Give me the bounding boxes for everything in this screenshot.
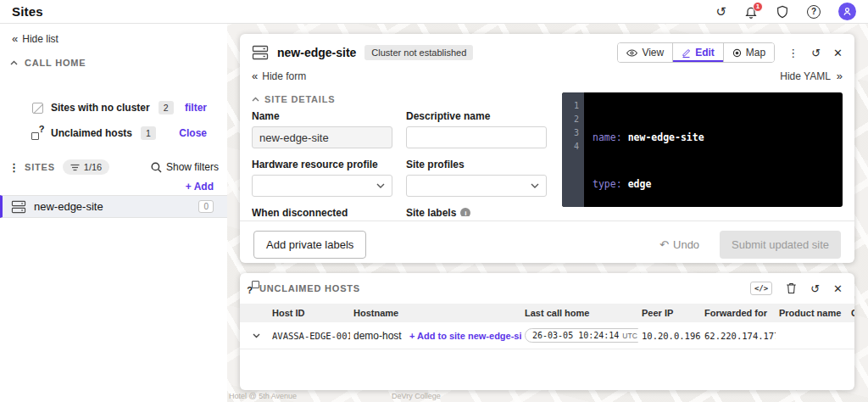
- site-panel-footer: Add private labels ↶ Undo Submit updated…: [240, 221, 854, 268]
- unclaimed-hosts-panel: ? UNCLAIMED HOSTS </> ↺ ✕ Host ID Hostna…: [240, 273, 854, 390]
- descriptive-name-input[interactable]: [406, 126, 547, 148]
- field-site-labels: Site labels i +New label: [406, 207, 547, 216]
- disconnected-behavior-label: When disconnected behavior: [252, 207, 392, 216]
- chevron-down-icon: [253, 333, 260, 338]
- col-hostname: Hostname: [350, 308, 406, 318]
- view-mode-switcher: View Edit Map: [617, 42, 775, 63]
- filter-lines-icon: [70, 164, 80, 171]
- sidebar-item-new-edge-site[interactable]: new-edge-site 0: [0, 195, 227, 218]
- chevron-up-icon: [252, 97, 259, 102]
- yaml-code: name:new-edge-site type:edge topology: p…: [584, 92, 758, 207]
- page-title: Sites: [12, 4, 43, 19]
- call-home-section-header[interactable]: CALL HOME: [10, 58, 86, 68]
- kebab-menu-icon[interactable]: ⋮: [787, 47, 798, 59]
- hide-yaml-button[interactable]: Hide YAML »: [780, 70, 843, 82]
- hostname-value: demo-host: [350, 330, 406, 342]
- col-product-name: Product name: [776, 308, 848, 318]
- forwarded-for-value: 62.220.174.177: [701, 331, 776, 341]
- double-chevron-left-icon: «: [12, 32, 18, 45]
- field-descriptive-name: Descriptive name: [406, 110, 547, 148]
- site-profiles-select[interactable]: [406, 175, 547, 197]
- hide-list-button[interactable]: «Hide list: [12, 32, 58, 45]
- hide-form-button[interactable]: «Hide form: [252, 70, 306, 82]
- close-icon[interactable]: ✕: [833, 283, 843, 294]
- site-name: new-edge-site: [34, 200, 103, 213]
- code-view-button[interactable]: </>: [750, 282, 772, 295]
- table-row: AVASSA-EDGE-001 demo-host + Add to site …: [240, 322, 854, 349]
- topbar: Sites ↺ 1 ?: [0, 0, 868, 24]
- hardware-profile-label: Hardware resource profile: [252, 159, 392, 170]
- user-avatar[interactable]: [838, 3, 856, 20]
- filter-link[interactable]: filter: [185, 102, 207, 114]
- last-call-home-value: 26-03-05 10:24:14 UTC: [521, 328, 638, 343]
- field-site-profiles: Site profiles: [406, 159, 547, 197]
- site-title: new-edge-site: [277, 46, 356, 59]
- app-screen: The Hotel @ 5th Avenue DeVry College Sit…: [0, 0, 868, 402]
- unclaimed-hosts-title: UNCLAIMED HOSTS: [259, 283, 360, 293]
- site-host-count-badge: 0: [198, 200, 214, 213]
- add-private-labels-button[interactable]: Add private labels: [253, 231, 366, 259]
- unclaimed-hosts-header: ? UNCLAIMED HOSTS </> ↺ ✕: [240, 273, 854, 304]
- peer-ip-value: 10.20.0.196: [638, 331, 701, 341]
- sidebar: «Hide list CALL HOME Sites with no clust…: [0, 24, 227, 402]
- sites-filter-pill[interactable]: 1/16: [63, 159, 109, 175]
- tab-map[interactable]: Map: [723, 43, 774, 62]
- no-cluster-icon: [31, 103, 44, 114]
- sidebar-item-sites-no-cluster: Sites with no cluster 2 filter: [0, 98, 227, 117]
- unclaimed-host-icon: ?: [31, 127, 44, 140]
- site-icon: [252, 45, 269, 60]
- count-badge: 2: [159, 101, 174, 114]
- add-to-site-button[interactable]: + Add to site new-edge-site: [406, 331, 521, 341]
- col-forwarded-for: Forwarded for: [701, 308, 776, 318]
- col-host-id: Host ID: [269, 308, 350, 318]
- refresh-icon[interactable]: ↺: [810, 283, 820, 294]
- history-icon[interactable]: ↺: [715, 5, 726, 18]
- site-panel-header: new-edge-site Cluster not established Vi…: [240, 34, 854, 64]
- tab-view[interactable]: View: [618, 43, 672, 62]
- undo-button[interactable]: ↶ Undo: [659, 238, 699, 251]
- topbar-icons: ↺ 1 ?: [715, 3, 856, 20]
- chevron-down-icon: [531, 183, 539, 188]
- trash-icon[interactable]: [786, 282, 797, 294]
- name-input[interactable]: [252, 126, 392, 148]
- close-link[interactable]: Close: [179, 127, 207, 139]
- kebab-icon[interactable]: ⋮: [8, 161, 19, 174]
- map-label-college: DeVry College: [392, 392, 441, 400]
- pencil-icon: [682, 48, 691, 58]
- show-filters-button[interactable]: Show filters: [151, 161, 219, 173]
- count-badge: 1: [141, 126, 156, 140]
- yaml-editor[interactable]: 1 2 3 4 name:new-edge-site type:edge top…: [562, 92, 843, 216]
- close-icon[interactable]: ✕: [833, 47, 843, 59]
- notification-count-badge: 1: [753, 2, 763, 12]
- cluster-status-badge: Cluster not established: [364, 45, 473, 60]
- notifications-button[interactable]: 1: [744, 5, 758, 19]
- site-panel-actions: View Edit Map ⋮ ↺ ✕: [617, 42, 843, 63]
- col-peer-ip: Peer IP: [638, 308, 701, 318]
- name-label: Name: [252, 110, 392, 122]
- refresh-icon[interactable]: ↺: [811, 47, 821, 59]
- chevron-up-icon: [10, 60, 18, 65]
- person-icon: [842, 6, 853, 17]
- double-chevron-right-icon: »: [837, 70, 843, 82]
- host-id-value: AVASSA-EDGE-001: [269, 331, 350, 341]
- submit-updated-site-button[interactable]: Submit updated site: [720, 231, 841, 259]
- shield-icon[interactable]: [776, 5, 789, 19]
- add-site-button[interactable]: + Add: [186, 181, 214, 193]
- site-details-section-header[interactable]: SITE DETAILS: [252, 94, 550, 104]
- hardware-profile-select[interactable]: [252, 175, 392, 197]
- unclaimed-hosts-actions: </> ↺ ✕: [750, 282, 843, 295]
- search-icon: [151, 162, 162, 173]
- col-last-call-home: Last call home: [521, 308, 638, 318]
- help-icon[interactable]: ?: [807, 5, 821, 19]
- double-chevron-left-icon: «: [252, 70, 258, 82]
- info-icon: i: [460, 208, 470, 216]
- site-icon: [11, 200, 26, 214]
- field-hardware-profile: Hardware resource profile: [252, 159, 392, 197]
- site-form: SITE DETAILS Name Descriptive name Hardw…: [252, 89, 550, 216]
- col-os: OS: [848, 308, 854, 318]
- field-name: Name: [252, 110, 392, 148]
- field-disconnected-behavior: When disconnected behavior treat-as-norm…: [252, 207, 392, 216]
- tab-edit[interactable]: Edit: [672, 43, 723, 62]
- sites-title: SITES: [25, 162, 55, 172]
- expand-row-button[interactable]: [240, 333, 269, 338]
